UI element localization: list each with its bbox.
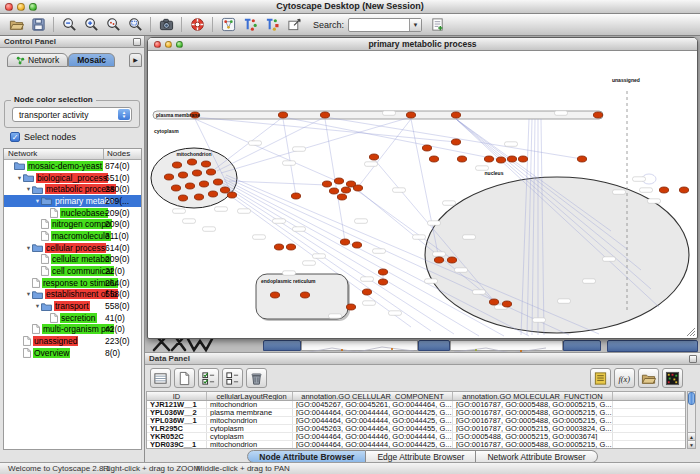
tree-column-nodes[interactable]: Nodes [103,149,141,159]
save-session-button[interactable] [28,15,48,34]
tree-row[interactable]: ▼establishment of lo558(0) [4,289,141,301]
tree-row[interactable]: ▼mosaic-demo-yeast874(0) [4,160,141,172]
network-node[interactable] [659,187,668,193]
network-node[interactable] [378,279,387,285]
table-row[interactable]: YLR295Ccytoplasm[GO:0045263, GO:0044464,… [147,425,685,433]
network-node[interactable] [593,112,602,118]
attribute-editor-button[interactable] [590,368,611,388]
resize-grip-icon[interactable] [685,326,695,336]
network-node[interactable] [429,156,438,162]
expander-icon[interactable]: ▼ [34,198,41,204]
network-node[interactable] [270,292,279,298]
attribute-select-all-button[interactable] [198,368,219,388]
tree-row[interactable]: ▼transport558(0) [4,300,141,312]
chevron-down-icon[interactable]: ▼ [409,19,421,31]
network-node[interactable] [406,112,415,118]
network-node[interactable] [201,161,210,167]
network-node[interactable] [171,185,180,191]
expander-icon[interactable]: ▼ [16,175,23,181]
tree-row[interactable]: ▼nitrogen compo209(0) [4,218,141,230]
network-node[interactable] [220,187,229,193]
tree-row[interactable]: ▼cell communicat22(0) [4,265,141,277]
column-header[interactable]: annotation.GO MOLECULAR_FUNCTION [453,392,613,400]
network-node[interactable] [178,195,187,201]
region-plasma-membrane[interactable] [153,111,603,119]
network-node[interactable] [369,154,378,160]
network-node[interactable] [187,159,196,165]
network-node[interactable] [362,289,371,295]
attribute-delete-button[interactable] [246,368,267,388]
tree-row[interactable]: ▼biological_process651(0) [4,172,141,184]
search-input[interactable] [350,19,408,31]
background-window-titlebar[interactable] [263,340,301,351]
table-row[interactable]: YPL036W__1mitochondrion[GO:0044464, GO:0… [147,417,685,425]
zoom-in-button[interactable] [81,15,101,34]
network-node[interactable] [577,156,586,162]
network-node[interactable] [274,244,283,250]
network-node[interactable] [178,172,187,178]
table-row[interactable]: YJR121W__1mitochondrion[GO:0045267, GO:0… [147,401,685,409]
network-node[interactable] [300,292,309,298]
network-node[interactable] [278,112,287,118]
attribute-create-button[interactable] [174,368,195,388]
tree-row[interactable]: ▼macromolecule311(0) [4,230,141,242]
network-node[interactable] [320,112,329,118]
background-window-titlebar[interactable] [607,340,698,352]
network-node[interactable] [329,188,338,194]
network-node[interactable] [194,194,203,200]
network-node[interactable] [322,181,331,187]
tree-row[interactable]: ▼primary metabo209(... [4,195,141,207]
expander-icon[interactable]: ▼ [25,245,32,251]
network-node[interactable] [286,244,295,250]
annotation-button[interactable] [284,15,304,34]
heatmap-button[interactable] [662,368,683,388]
column-header[interactable]: ID [147,392,207,400]
tab-overflow-arrow-icon[interactable]: ▶ [129,53,142,67]
table-row[interactable]: YKR052Ccytoplasm[GO:0044464, GO:0044446,… [147,433,685,441]
network-node[interactable] [496,157,505,163]
float-panel-icon[interactable] [689,355,697,363]
tab-network[interactable]: Network [7,53,68,67]
network-node[interactable] [208,191,217,197]
formula-builder-button[interactable]: f(x) [614,368,635,388]
attribute-unselect-all-button[interactable] [222,368,243,388]
tree-row[interactable]: ▼nucleobase-209(0) [4,207,141,219]
tree-row[interactable]: ▼unassigned223(0) [4,335,141,347]
table-row[interactable]: YDR039C__1mitochondrion[GO:0044464, GO:0… [147,441,685,449]
network-node[interactable] [457,156,466,162]
network-node[interactable] [484,156,493,162]
expander-icon[interactable]: ▼ [34,303,41,309]
node-color-attribute-select[interactable]: transporter activity ▲▼ [12,107,132,122]
scroll-down-icon[interactable]: ▼ [688,440,695,448]
network-node[interactable] [352,242,361,248]
tree-row[interactable]: ▼secretion41(0) [4,312,141,324]
network-node[interactable] [502,301,511,307]
zoom-fit-button[interactable] [125,15,145,34]
tree-row[interactable]: ▼cellular process614(0) [4,242,141,254]
table-scrollbar[interactable]: ▲ ▼ [687,391,696,449]
network-window-titlebar[interactable]: primary metabolic process [148,38,697,51]
search-combobox[interactable]: ▼ [348,18,422,32]
tree-row[interactable]: ▼metabolic process280(0) [4,183,141,195]
network-node[interactable] [185,183,194,189]
background-window-fragment[interactable] [301,340,418,351]
network-node[interactable] [192,170,201,176]
network-node[interactable] [164,174,173,180]
network-node[interactable] [451,112,460,118]
expander-icon[interactable]: ▼ [25,291,32,297]
import-attributes-button[interactable] [427,15,447,34]
column-header[interactable]: _cellularLayoutRegion [207,392,293,400]
tab-mosaic[interactable]: Mosaic [68,53,115,67]
network-node[interactable] [291,193,300,199]
background-window-titlebar[interactable] [563,340,601,351]
network-node[interactable] [489,299,498,305]
import-attribute-button[interactable] [638,368,659,388]
manage-networks-button[interactable] [218,15,238,34]
network-node[interactable] [346,304,355,310]
network-canvas[interactable]: plasma membranecytoplasmmitochondrionnuc… [149,51,696,337]
network-node[interactable] [206,169,215,175]
tree-row[interactable]: ▼response to stimulu264(0) [4,277,141,289]
network-node[interactable] [434,257,443,263]
network-node[interactable] [447,257,456,263]
scroll-up-icon[interactable]: ▲ [688,432,695,440]
